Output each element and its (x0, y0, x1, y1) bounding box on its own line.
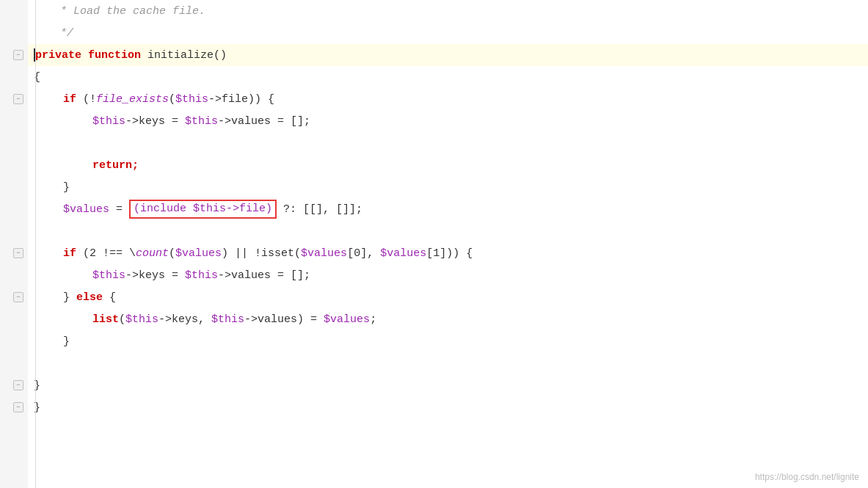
code-line-17 (28, 352, 868, 374)
code-line-11 (28, 220, 868, 242)
var-values2: $values (175, 247, 222, 260)
code-line-14: } else { (28, 286, 868, 308)
var-values4: $values (380, 247, 426, 260)
gutter-line-2 (0, 22, 28, 44)
var-this5: $this (185, 269, 218, 282)
fold-icon-3[interactable]: − (13, 50, 23, 60)
line9-brace: } (63, 181, 70, 194)
kw-private: private (35, 49, 81, 62)
line13-a: ->keys = (125, 269, 185, 282)
line5-a: (! (76, 93, 96, 106)
gutter-line-9 (0, 176, 28, 198)
fold-icon-5[interactable]: − (13, 94, 23, 104)
gutter-line-8 (0, 154, 28, 176)
code-line-13: $this->keys = $this->values = []; (28, 264, 868, 286)
gutter-line-5[interactable]: − (0, 88, 28, 110)
gutter-line-7 (0, 132, 28, 154)
gutter-line-18[interactable]: − (0, 374, 28, 396)
highlight-box: (include $this->file) (129, 200, 277, 219)
line2-text: */ (34, 27, 73, 40)
line6-b: ->values = []; (218, 115, 310, 128)
kw-if: if (63, 93, 76, 106)
line12-e: [1])) { (426, 247, 473, 260)
line12-b: ( (169, 247, 175, 260)
line14-b: { (103, 291, 116, 304)
code-line-1: * Load the cache file. (28, 0, 868, 22)
gutter-line-1 (0, 0, 28, 22)
gutter-line-10 (0, 198, 28, 220)
watermark: https://blog.csdn.net/lignite (755, 472, 859, 482)
var-values5: $values (324, 313, 370, 326)
line12-a: (2 !== \ (76, 247, 136, 260)
code-line-12: if (2 !== \count($values) || !isset($val… (28, 242, 868, 264)
gutter-line-3[interactable]: − (0, 44, 28, 66)
var-this3: $this (185, 115, 218, 128)
gutter-line-4 (0, 66, 28, 88)
code-line-5: if (!file_exists($this->file)) { (28, 88, 868, 110)
line15-a: ( (119, 313, 125, 326)
gutter-line-12[interactable]: − (0, 242, 28, 264)
code-content: * Load the cache file. */ private functi… (28, 0, 868, 488)
code-line-7 (28, 132, 868, 154)
line15-c: ->values) = (244, 313, 324, 326)
line10-a: = (109, 203, 129, 216)
code-line-6: $this->keys = $this->values = []; (28, 110, 868, 132)
line1-text: * Load the cache file. (34, 5, 205, 18)
code-line-2: */ (28, 22, 868, 44)
code-line-16: } (28, 330, 868, 352)
line5-c: ->file)) { (208, 93, 274, 106)
line15-d: ; (370, 313, 376, 326)
fn-file-exists: file_exists (96, 93, 169, 106)
gutter-line-16 (0, 330, 28, 352)
kw-else: else (76, 291, 103, 304)
var-values3: $values (301, 247, 347, 260)
code-line-10: $values = (include $this->file) ?: [[], … (28, 198, 868, 220)
gutter-line-17 (0, 352, 28, 374)
code-line-19: } (28, 396, 868, 418)
gutter: − − − (0, 0, 28, 488)
var-this4: $this (92, 269, 125, 282)
code-editor: − − − (0, 0, 868, 488)
gutter-line-14[interactable]: − (0, 286, 28, 308)
var-this1: $this (175, 93, 208, 106)
kw-if2: if (63, 247, 76, 260)
line13-b: ->values = []; (218, 269, 310, 282)
line10-b: ?: [[], []]; (277, 203, 369, 216)
indent-guide-1 (35, 0, 36, 488)
code-line-9: } (28, 176, 868, 198)
code-line-15: list($this->keys, $this->values) = $valu… (28, 308, 868, 330)
var-this7: $this (211, 313, 244, 326)
fold-icon-14[interactable]: − (13, 292, 23, 302)
line5-b: ( (169, 93, 175, 106)
line16-brace: } (63, 335, 70, 348)
kw-return: return; (92, 159, 139, 172)
var-this2: $this (92, 115, 125, 128)
kw-list: list (92, 313, 119, 326)
code-line-4: { (28, 66, 868, 88)
var-values1: $values (63, 203, 109, 216)
line12-d: [0], (347, 247, 380, 260)
fold-icon-18[interactable]: − (13, 380, 23, 390)
gutter-line-19[interactable]: − (0, 396, 28, 418)
gutter-line-6 (0, 110, 28, 132)
fn-count: count (136, 247, 169, 260)
line15-b: ->keys, (158, 313, 211, 326)
fold-icon-12[interactable]: − (13, 248, 23, 258)
kw-function: function (88, 49, 141, 62)
code-line-18: } (28, 374, 868, 396)
line6-a: ->keys = (125, 115, 185, 128)
code-line-8: return; (28, 154, 868, 176)
code-line-3: private function initialize() (28, 44, 868, 66)
gutter-line-13 (0, 264, 28, 286)
line14-a: } (63, 291, 76, 304)
fold-icon-19[interactable]: − (13, 402, 23, 412)
var-this6: $this (125, 313, 158, 326)
gutter-line-11 (0, 220, 28, 242)
fn-name: initialize() (141, 49, 227, 62)
gutter-line-15 (0, 308, 28, 330)
space1 (81, 49, 88, 62)
line12-c: ) || !isset( (222, 247, 301, 260)
